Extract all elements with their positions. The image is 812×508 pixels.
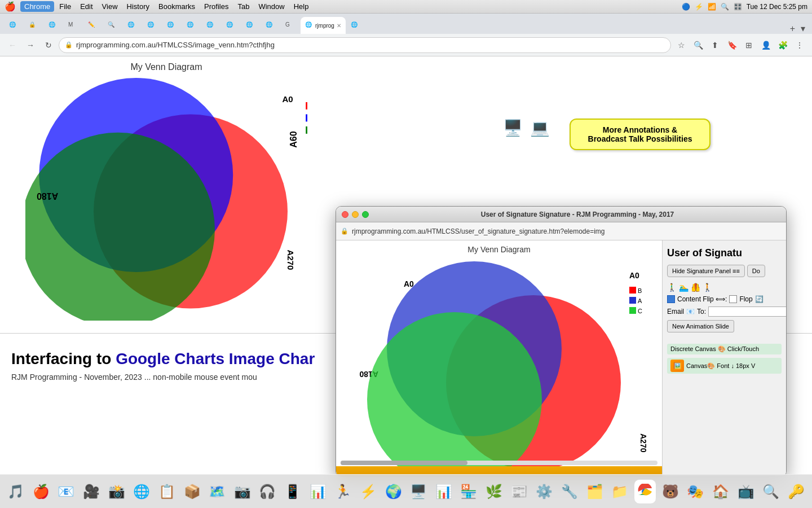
forward-button[interactable]: → bbox=[23, 37, 38, 53]
apple-menu[interactable]: 🍎 bbox=[5, 1, 16, 12]
discrete-canvas-label: Discrete Canvas 🎨 Click/Touch bbox=[670, 345, 759, 353]
menu-bookmarks[interactable]: Bookmarks bbox=[155, 1, 199, 12]
dock-home[interactable]: 🏠 bbox=[709, 479, 732, 504]
dock-mail[interactable]: 📧 bbox=[55, 479, 78, 504]
dock-facetime[interactable]: 🎥 bbox=[80, 479, 103, 504]
address-bar[interactable]: 🔒 rjmprogramming.com.au/HTMLCSS/image_ve… bbox=[59, 37, 671, 53]
tab-1[interactable]: 🌐 bbox=[5, 17, 24, 34]
back-button[interactable]: ← bbox=[5, 37, 20, 53]
bookmark-star-button[interactable]: ☆ bbox=[673, 37, 689, 53]
share-button[interactable]: ⬆ bbox=[707, 37, 723, 53]
new-animation-button[interactable]: New Animation Slide bbox=[667, 320, 734, 332]
menu-help[interactable]: Help bbox=[290, 1, 313, 12]
minimize-button[interactable] bbox=[352, 211, 359, 218]
tab-4[interactable]: M bbox=[64, 17, 83, 34]
scrollbar-thumb[interactable] bbox=[341, 461, 467, 465]
google-charts-link[interactable]: Google Charts bbox=[116, 350, 224, 367]
menu-tab[interactable]: Tab bbox=[233, 1, 253, 12]
dock-chrome[interactable] bbox=[634, 479, 657, 504]
dock-bear[interactable]: 🐻 bbox=[659, 479, 682, 504]
close-button[interactable] bbox=[342, 211, 348, 218]
flop-checkbox[interactable] bbox=[729, 295, 737, 303]
tab-scroll-area: 🌐 🔒 🌐 M ✏️ 🔍 🌐 🌐 🌐 🌐 🌐 🌐 🌐 🌐 G 🌐 rjmprog… bbox=[5, 17, 784, 34]
dock-store[interactable]: 🏪 bbox=[457, 479, 480, 504]
flop-icon: 🔄 bbox=[755, 295, 764, 303]
control-center-icon[interactable]: 🎛️ bbox=[734, 3, 742, 11]
tab-list-button[interactable]: ▾ bbox=[798, 23, 807, 34]
dock-camera[interactable]: 📷 bbox=[231, 479, 254, 504]
sidebar-button[interactable]: ⊞ bbox=[741, 37, 757, 53]
do-button[interactable]: Do bbox=[747, 265, 765, 277]
email-to-input[interactable] bbox=[708, 306, 786, 317]
hide-signature-button[interactable]: Hide Signature Panel ≡≡ bbox=[667, 265, 745, 277]
dock-nature[interactable]: 🌿 bbox=[483, 479, 506, 504]
new-tab-button[interactable]: + bbox=[787, 24, 798, 34]
menu-edit[interactable]: Edit bbox=[76, 1, 96, 12]
tab-7[interactable]: 🌐 bbox=[123, 17, 142, 34]
dock-earth[interactable]: 🌍 bbox=[382, 479, 405, 504]
tab-11[interactable]: 🌐 bbox=[202, 17, 221, 34]
tab-3[interactable]: 🌐 bbox=[44, 17, 63, 34]
tab-8[interactable]: 🌐 bbox=[143, 17, 162, 34]
url-text: rjmprogramming.com.au/HTMLCSS/image_venn… bbox=[76, 41, 665, 49]
bluetooth-icon: 🔵 bbox=[682, 3, 690, 11]
maximize-button[interactable] bbox=[362, 211, 369, 218]
tab-10[interactable]: 🌐 bbox=[182, 17, 201, 34]
dock-shortcuts[interactable]: ⚡ bbox=[357, 479, 380, 504]
flop-label: Flop bbox=[739, 295, 752, 303]
printer-icon: 🖥️ bbox=[503, 119, 526, 137]
dock-appstore[interactable]: 📦 bbox=[180, 479, 204, 504]
dock-tools[interactable]: 🔧 bbox=[558, 479, 581, 504]
dock-theater[interactable]: 🎭 bbox=[684, 479, 707, 504]
tab-15[interactable]: G bbox=[281, 17, 300, 34]
dock-files[interactable]: 🗂️ bbox=[583, 479, 606, 504]
tab-17[interactable]: 🌐 bbox=[346, 17, 365, 34]
dock-settings[interactable]: ⚙️ bbox=[533, 479, 556, 504]
dock-folder[interactable]: 📁 bbox=[608, 479, 632, 504]
image-char-link[interactable]: Image Char bbox=[229, 350, 315, 367]
dock-tv[interactable]: 📺 bbox=[734, 479, 757, 504]
chrome-menu-button[interactable]: ⋮ bbox=[792, 37, 807, 53]
tab-14[interactable]: 🌐 bbox=[261, 17, 280, 34]
dock-iphone[interactable]: 📱 bbox=[281, 479, 304, 504]
tab-search-button[interactable]: 🔍 bbox=[690, 37, 706, 53]
discrete-canvas-button[interactable]: Discrete Canvas 🎨 Click/Touch bbox=[667, 344, 782, 354]
active-tab-label: rjmprogramming.com.au bbox=[315, 23, 334, 29]
dock-spotlight[interactable]: 🔍 bbox=[760, 479, 783, 504]
menu-view[interactable]: View bbox=[98, 1, 122, 12]
menu-chrome[interactable]: Chrome bbox=[20, 1, 54, 12]
menu-history[interactable]: History bbox=[123, 1, 153, 12]
tab-close-icon[interactable]: ✕ bbox=[337, 23, 341, 29]
tab-active[interactable]: 🌐 rjmprogramming.com.au ✕ bbox=[301, 17, 346, 34]
search-icon[interactable]: 🔍 bbox=[721, 3, 729, 11]
dock-safari[interactable]: 🌐 bbox=[130, 479, 153, 504]
extensions-button[interactable]: 🧩 bbox=[775, 37, 791, 53]
dock-notes[interactable]: 📋 bbox=[156, 479, 179, 504]
tab-5[interactable]: ✏️ bbox=[83, 17, 103, 34]
dock-monitor[interactable]: 🖥️ bbox=[407, 479, 430, 504]
tab-13[interactable]: 🌐 bbox=[241, 17, 261, 34]
profile-button[interactable]: 👤 bbox=[758, 37, 774, 53]
modal-scrollbar[interactable] bbox=[341, 461, 657, 465]
dock-chartapp[interactable]: 📊 bbox=[433, 479, 456, 504]
dock-maps[interactable]: 🗺️ bbox=[206, 479, 229, 504]
dock-podcasts[interactable]: 🎧 bbox=[256, 479, 279, 504]
annotation-button[interactable]: More Annotations & Broadcast Talk Possib… bbox=[570, 119, 710, 150]
tab-9[interactable]: 🌐 bbox=[162, 17, 182, 34]
dock-photos[interactable]: 📸 bbox=[105, 479, 128, 504]
menu-file[interactable]: File bbox=[55, 1, 75, 12]
tab-6[interactable]: 🔍 bbox=[103, 17, 122, 34]
bookmark-button[interactable]: 🔖 bbox=[724, 37, 740, 53]
tab-12[interactable]: 🌐 bbox=[222, 17, 241, 34]
menu-profiles[interactable]: Profiles bbox=[200, 1, 232, 12]
tab-2[interactable]: 🔒 bbox=[24, 17, 43, 34]
reload-button[interactable]: ↻ bbox=[41, 37, 56, 53]
dock-finder[interactable]: 🍎 bbox=[30, 479, 53, 504]
dock-activity[interactable]: 📊 bbox=[306, 479, 329, 504]
dock-news[interactable]: 📰 bbox=[508, 479, 531, 504]
content-flip-checkbox[interactable] bbox=[667, 295, 675, 303]
dock-fitness[interactable]: 🏃 bbox=[332, 479, 355, 504]
dock-music[interactable]: 🎵 bbox=[5, 479, 28, 504]
dock-passwords[interactable]: 🔑 bbox=[784, 479, 807, 504]
menu-window[interactable]: Window bbox=[254, 1, 288, 12]
